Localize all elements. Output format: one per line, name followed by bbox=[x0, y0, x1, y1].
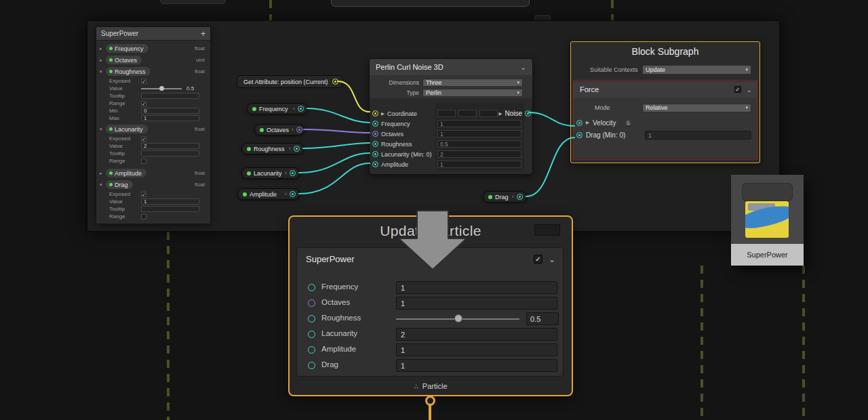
collapse-icon[interactable]: ‹ bbox=[289, 146, 291, 152]
frequency-value-field[interactable]: 1 bbox=[396, 281, 557, 294]
parameter-node-roughness[interactable]: Roughness ‹ bbox=[241, 143, 304, 154]
lacunarity-port[interactable] bbox=[308, 331, 315, 338]
parameter-node-octaves[interactable]: Octaves ‹ bbox=[254, 124, 304, 135]
max-field[interactable]: 1 bbox=[141, 115, 199, 121]
property-pill[interactable]: Lacunarity bbox=[106, 125, 148, 133]
property-pill[interactable]: Roughness bbox=[106, 67, 151, 76]
amplitude-port[interactable] bbox=[308, 346, 315, 354]
chevron-down-icon[interactable]: ⌄ bbox=[549, 255, 555, 264]
collapse-icon[interactable]: ‹ bbox=[512, 194, 514, 200]
superpower-block[interactable]: SuperPower ✓ ⌄ Frequency 1 Octaves 1 Rou… bbox=[296, 247, 564, 377]
expand-caret-icon[interactable]: ▸ bbox=[100, 58, 106, 63]
coordinate-y-field[interactable] bbox=[458, 110, 477, 117]
range-checkbox[interactable] bbox=[141, 159, 146, 164]
property-pill[interactable]: Amplitude bbox=[106, 169, 146, 177]
amplitude-value-field[interactable]: 1 bbox=[396, 343, 557, 356]
context-header-widget[interactable] bbox=[534, 224, 560, 236]
property-row-roughness[interactable]: ▾ Roughness float bbox=[96, 66, 210, 77]
property-row-octaves[interactable]: ▸ Octaves uint bbox=[96, 54, 210, 66]
collapse-caret-icon[interactable]: ▾ bbox=[100, 127, 106, 132]
octaves-port[interactable] bbox=[308, 299, 315, 307]
output-port[interactable] bbox=[332, 79, 338, 85]
property-row-drag[interactable]: ▾ Drag float bbox=[96, 179, 210, 190]
lacunarity-value-field[interactable]: 2 bbox=[396, 328, 557, 341]
collapse-icon[interactable]: ‹ bbox=[293, 106, 295, 112]
parameter-node-amplitude[interactable]: Amplitude ‹ bbox=[237, 188, 300, 200]
range-checkbox[interactable]: ✓ bbox=[141, 101, 146, 106]
update-particle-context-node[interactable]: Update Particle SuperPower ✓ ⌄ Frequency… bbox=[288, 215, 573, 396]
roughness-value-field[interactable]: 0.5 bbox=[526, 312, 559, 325]
suitable-contexts-dropdown[interactable]: Update ▾ bbox=[642, 65, 751, 75]
force-block-header[interactable]: Force ✓ ⌄ bbox=[574, 81, 757, 98]
input-port[interactable] bbox=[372, 121, 378, 127]
input-port[interactable] bbox=[372, 131, 378, 137]
output-port[interactable] bbox=[517, 194, 523, 200]
drag-value-field[interactable]: 1 bbox=[396, 359, 557, 372]
value-slider[interactable] bbox=[141, 88, 182, 89]
context-output-flow-port[interactable] bbox=[425, 396, 435, 406]
property-row-frequency[interactable]: ▸ Frequency float bbox=[96, 43, 210, 54]
drag-value-field[interactable]: 1 bbox=[645, 131, 751, 140]
collapse-icon[interactable]: ‹ bbox=[285, 191, 287, 197]
exposed-checkbox[interactable]: ✓ bbox=[141, 136, 146, 142]
parameter-node-lacunarity[interactable]: Lacunarity ‹ bbox=[241, 167, 300, 179]
input-port[interactable] bbox=[372, 110, 378, 117]
dimensions-dropdown[interactable]: Three ▾ bbox=[422, 79, 523, 87]
value-field[interactable]: 1 bbox=[141, 198, 199, 205]
octaves-value-field[interactable]: 1 bbox=[396, 297, 557, 310]
property-pill[interactable]: Drag bbox=[106, 180, 133, 189]
exposed-checkbox[interactable]: ✓ bbox=[141, 192, 146, 197]
output-port[interactable] bbox=[294, 146, 300, 152]
expand-caret-icon[interactable]: ▸ bbox=[100, 46, 106, 51]
octaves-field[interactable]: 1 bbox=[437, 130, 521, 138]
add-property-button[interactable]: + bbox=[201, 29, 205, 39]
input-port[interactable] bbox=[372, 161, 378, 167]
type-dropdown[interactable]: Perlin ▾ bbox=[422, 89, 523, 97]
frequency-field[interactable]: 1 bbox=[437, 120, 521, 127]
output-port[interactable] bbox=[525, 110, 531, 117]
property-pill[interactable]: Octaves bbox=[106, 56, 142, 64]
collapse-caret-icon[interactable]: ▾ bbox=[100, 182, 106, 188]
velocity-input-port[interactable] bbox=[576, 120, 583, 126]
coordinate-z-field[interactable] bbox=[479, 110, 498, 117]
roughness-field[interactable]: 0.5 bbox=[437, 140, 521, 148]
expander-icon[interactable]: ▶ bbox=[586, 120, 589, 125]
block-enabled-checkbox[interactable]: ✓ bbox=[534, 255, 542, 264]
tooltip-field[interactable] bbox=[141, 93, 199, 99]
get-attribute-node[interactable]: Get Attribute: position (Current) bbox=[237, 75, 342, 88]
slider-knob[interactable] bbox=[454, 314, 462, 322]
output-port[interactable] bbox=[290, 191, 296, 197]
min-field[interactable]: 0 bbox=[141, 108, 199, 114]
output-port[interactable] bbox=[290, 170, 296, 176]
output-port[interactable] bbox=[298, 106, 304, 112]
frequency-port[interactable] bbox=[308, 284, 315, 291]
collapse-caret-icon[interactable]: ▾ bbox=[100, 69, 106, 75]
expand-caret-icon[interactable]: ▸ bbox=[100, 171, 106, 176]
block-enabled-checkbox[interactable]: ✓ bbox=[734, 86, 741, 93]
slider-knob[interactable] bbox=[159, 86, 164, 91]
exposed-checkbox[interactable]: ✓ bbox=[141, 79, 146, 84]
input-port[interactable] bbox=[372, 141, 378, 147]
lacunarity-field[interactable]: 2 bbox=[437, 150, 521, 158]
blackboard-panel[interactable]: SuperPower + ▸ Frequency float ▸ Octaves… bbox=[96, 26, 211, 224]
roughness-port[interactable] bbox=[308, 315, 315, 322]
parameter-node-frequency[interactable]: Frequency ‹ bbox=[247, 103, 308, 114]
block-subgraph-panel[interactable]: Block Subgraph Suitable Contexts Update … bbox=[570, 41, 760, 163]
tooltip-field[interactable] bbox=[141, 150, 199, 156]
subgraph-asset-tile[interactable]: SuperPower bbox=[731, 175, 804, 266]
tooltip-field[interactable] bbox=[141, 206, 199, 212]
input-port[interactable] bbox=[372, 151, 378, 157]
perlin-curl-noise-node[interactable]: Perlin Curl Noise 3D ⌄ Dimensions Three … bbox=[369, 58, 533, 175]
amplitude-field[interactable]: 1 bbox=[437, 161, 521, 168]
collapse-icon[interactable]: ‹ bbox=[285, 170, 287, 176]
coordinate-x-field[interactable] bbox=[437, 110, 456, 117]
range-checkbox[interactable] bbox=[141, 214, 146, 219]
property-row-amplitude[interactable]: ▸ Amplitude float bbox=[96, 167, 210, 179]
property-row-lacunarity[interactable]: ▾ Lacunarity float bbox=[96, 123, 210, 135]
property-pill[interactable]: Frequency bbox=[106, 44, 149, 53]
drag-input-port[interactable] bbox=[576, 132, 583, 138]
drag-port[interactable] bbox=[308, 362, 315, 369]
output-port[interactable] bbox=[296, 127, 302, 133]
chevron-down-icon[interactable]: ⌄ bbox=[747, 86, 752, 93]
chevron-down-icon[interactable]: ⌄ bbox=[521, 64, 526, 71]
